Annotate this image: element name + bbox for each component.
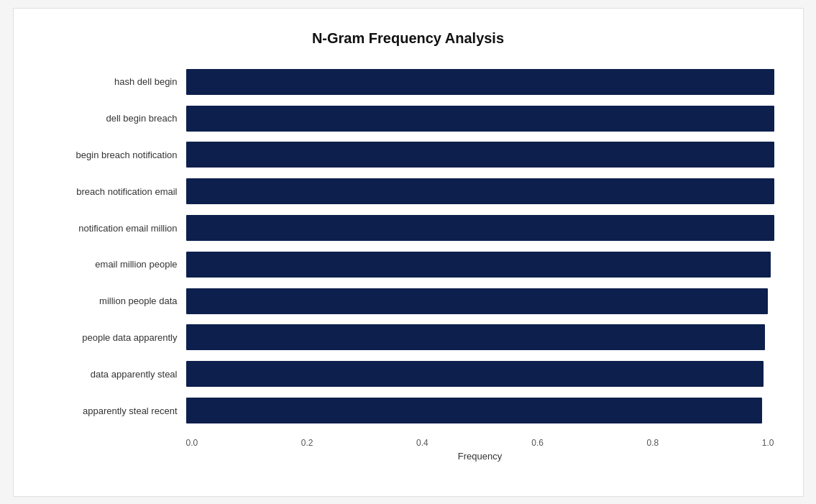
x-axis-tick: 0.8 [647, 438, 659, 448]
bar-fill [186, 106, 774, 132]
chart-title: N-Gram Frequency Analysis [42, 30, 774, 47]
bar-label: dell begin breach [42, 113, 186, 124]
bar-track [186, 361, 774, 387]
x-axis-container: 0.00.20.40.60.81.0 Frequency [186, 435, 774, 464]
bar-label: million people data [42, 295, 186, 306]
bar-fill [186, 288, 769, 314]
bar-row: dell begin breach [42, 100, 774, 137]
bar-label: email million people [42, 259, 186, 270]
bar-label: people data apparently [42, 332, 186, 343]
bar-fill [186, 69, 774, 95]
bar-track [186, 288, 774, 314]
x-axis-tick: 0.6 [531, 438, 544, 448]
bar-label: breach notification email [42, 186, 186, 197]
bar-fill [186, 252, 771, 278]
bar-row: notification email million [42, 210, 774, 247]
bar-row: million people data [42, 283, 774, 319]
x-axis-label: Frequency [186, 451, 774, 462]
bar-row: email million people [42, 246, 774, 283]
bar-track [186, 178, 774, 204]
bar-track [186, 215, 774, 241]
chart-area: hash dell begindell begin breachbegin br… [42, 64, 774, 429]
bar-label: apparently steal recent [42, 406, 186, 416]
chart-container: N-Gram Frequency Analysis hash dell begi… [13, 8, 804, 497]
bar-track [186, 252, 774, 278]
bar-track [186, 142, 774, 168]
bar-row: people data apparently [42, 319, 774, 356]
bar-row: data apparently steal [42, 356, 774, 393]
x-axis-ticks: 0.00.20.40.60.81.0 [186, 435, 774, 448]
bar-fill [186, 398, 763, 423]
bar-fill [186, 142, 774, 168]
bar-fill [186, 215, 774, 241]
x-axis-tick: 0.4 [416, 438, 428, 448]
x-axis-tick: 0.2 [301, 438, 313, 448]
bar-label: hash dell begin [42, 76, 186, 87]
bar-track [186, 398, 774, 423]
bar-fill [186, 361, 764, 387]
bar-fill [186, 178, 774, 204]
bar-row: breach notification email [42, 173, 774, 210]
bar-track [186, 69, 774, 95]
x-axis-tick: 0.0 [186, 438, 198, 448]
bar-fill [186, 324, 766, 350]
bar-row: begin breach notification [42, 137, 774, 173]
bar-track [186, 106, 774, 132]
bar-row: hash dell begin [42, 64, 774, 101]
bar-label: notification email million [42, 223, 186, 234]
bar-row: apparently steal recent [42, 393, 774, 429]
bar-track [186, 324, 774, 350]
x-axis-tick: 1.0 [762, 438, 774, 448]
bar-label: data apparently steal [42, 369, 186, 380]
bar-label: begin breach notification [42, 150, 186, 160]
